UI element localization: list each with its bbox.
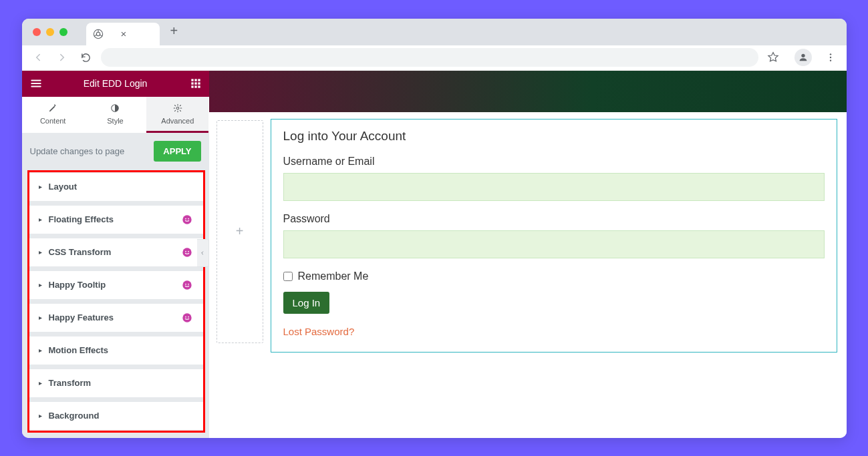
panel-collapse-button[interactable] [197, 239, 209, 267]
update-row: Update changes to page APPLY [22, 133, 209, 170]
svg-point-4 [829, 57, 831, 58]
svg-point-26 [182, 313, 191, 322]
forward-icon[interactable] [53, 48, 71, 67]
section-label: Floating Effects [49, 214, 175, 224]
section-label: Happy Tooltip [49, 280, 175, 290]
happy-badge-icon [182, 312, 192, 323]
browser-tab[interactable]: × [86, 23, 160, 45]
contrast-icon [110, 103, 120, 115]
sidebar-header: Edit EDD Login [22, 71, 209, 97]
lost-password-link[interactable]: Lost Password? [283, 326, 355, 337]
svg-rect-6 [191, 79, 193, 81]
tab-label: Advanced [161, 117, 194, 125]
back-icon[interactable] [29, 48, 47, 67]
new-tab-button[interactable]: + [170, 23, 178, 39]
apply-button[interactable]: APPLY [154, 141, 200, 162]
gear-icon [173, 103, 182, 115]
svg-rect-9 [191, 83, 193, 85]
drop-column: + [209, 112, 271, 438]
svg-rect-11 [198, 83, 200, 85]
caret-right-icon: ▸ [39, 183, 42, 190]
main-area: + Log into Your Account Username or Emai… [209, 71, 847, 438]
sections-list: ▸Layout▸Floating Effects▸CSS Transform▸H… [27, 170, 205, 433]
svg-rect-13 [194, 86, 196, 88]
svg-point-20 [182, 248, 191, 256]
section-item[interactable]: ▸Motion Effects [29, 336, 203, 365]
svg-point-3 [829, 53, 831, 55]
chrome-icon [93, 29, 104, 39]
hamburger-icon[interactable] [30, 77, 42, 89]
section-item[interactable]: ▸Happy Features [29, 304, 203, 332]
section-label: CSS Transform [49, 247, 175, 257]
happy-badge-icon [182, 280, 192, 290]
remember-label: Remember Me [298, 270, 369, 282]
bookmark-star-icon[interactable] [764, 48, 782, 67]
username-input[interactable] [283, 173, 825, 201]
svg-point-25 [188, 283, 189, 284]
tab-style[interactable]: Style [84, 97, 146, 133]
svg-point-1 [96, 32, 100, 35]
page-banner [209, 71, 847, 112]
add-section-dropzone[interactable]: + [216, 120, 263, 343]
svg-point-21 [185, 250, 186, 252]
apps-grid-icon[interactable] [190, 78, 201, 89]
svg-point-23 [182, 280, 191, 289]
section-item[interactable]: ▸Happy Tooltip [29, 271, 203, 299]
reload-icon[interactable] [77, 48, 96, 67]
section-label: Layout [49, 182, 192, 192]
login-title: Log into Your Account [283, 129, 825, 144]
section-label: Motion Effects [49, 345, 192, 355]
svg-point-2 [801, 54, 805, 57]
section-item[interactable]: ▸Transform [29, 369, 203, 397]
svg-point-5 [829, 59, 831, 61]
svg-rect-8 [198, 79, 200, 81]
update-text: Update changes to page [30, 146, 125, 156]
section-item[interactable]: ▸Background [29, 402, 203, 430]
address-bar [22, 45, 847, 71]
svg-rect-14 [198, 86, 200, 88]
svg-point-19 [188, 218, 189, 219]
tab-close-icon[interactable]: × [121, 28, 127, 39]
remember-checkbox[interactable] [283, 272, 293, 281]
svg-point-18 [185, 218, 186, 219]
pencil-icon [48, 103, 57, 115]
section-item[interactable]: ▸Floating Effects [29, 206, 203, 234]
svg-point-27 [185, 316, 186, 317]
section-item[interactable]: ▸Layout [29, 173, 203, 201]
section-label: Happy Features [49, 312, 175, 322]
profile-avatar-icon[interactable] [794, 49, 812, 66]
caret-right-icon: ▸ [39, 347, 42, 354]
window-buttons [33, 28, 67, 36]
app-area: Edit EDD Login Content Style Advanced [22, 71, 847, 438]
address-input[interactable] [101, 48, 758, 67]
login-button[interactable]: Log In [283, 292, 330, 314]
tab-advanced[interactable]: Advanced [146, 97, 208, 133]
sidebar-tabs: Content Style Advanced [22, 97, 209, 133]
section-item[interactable]: ▸CSS Transform [29, 238, 203, 266]
happy-badge-icon [182, 214, 192, 225]
window-maximize-icon[interactable] [59, 28, 67, 36]
svg-point-28 [188, 316, 189, 317]
svg-rect-7 [194, 79, 196, 81]
svg-rect-10 [194, 83, 196, 85]
sidebar-title: Edit EDD Login [84, 78, 148, 89]
caret-right-icon: ▸ [39, 248, 42, 256]
caret-right-icon: ▸ [39, 281, 42, 288]
window-minimize-icon[interactable] [46, 28, 54, 36]
password-label: Password [283, 213, 825, 225]
section-label: Transform [49, 378, 192, 388]
plus-icon: + [236, 224, 244, 239]
username-label: Username or Email [283, 156, 825, 168]
remember-row: Remember Me [283, 270, 825, 282]
caret-right-icon: ▸ [39, 379, 42, 387]
password-input[interactable] [283, 230, 825, 258]
happy-badge-icon [182, 247, 192, 258]
caret-right-icon: ▸ [39, 412, 42, 419]
kebab-menu-icon[interactable] [821, 48, 840, 67]
svg-point-16 [176, 107, 179, 109]
tab-content[interactable]: Content [22, 97, 84, 133]
caret-right-icon: ▸ [39, 314, 42, 321]
svg-point-24 [185, 283, 186, 284]
window-close-icon[interactable] [33, 28, 41, 36]
caret-right-icon: ▸ [39, 216, 42, 223]
